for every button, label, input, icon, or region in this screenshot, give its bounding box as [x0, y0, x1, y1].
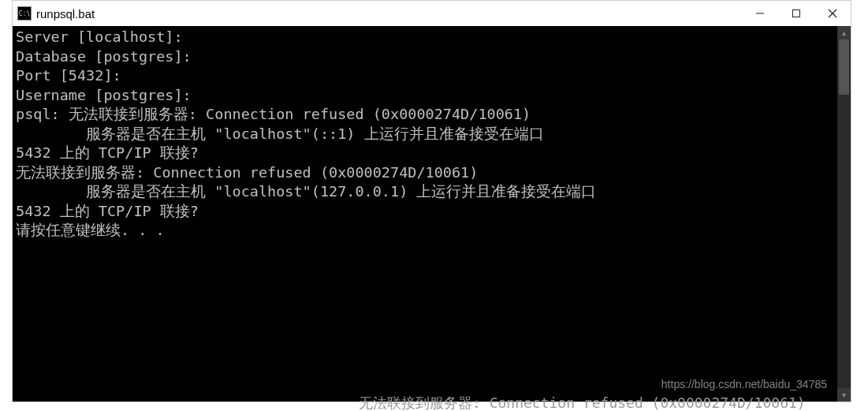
scroll-down-button[interactable]: ▾ [837, 388, 851, 402]
scroll-up-button[interactable]: ▴ [837, 26, 851, 39]
window-title: runpsql.bat [36, 7, 95, 21]
minimize-button[interactable] [742, 1, 778, 26]
titlebar[interactable]: C:\ runpsql.bat [13, 1, 851, 26]
titlebar-left: C:\ runpsql.bat [17, 6, 95, 21]
scroll-thumb[interactable] [839, 39, 849, 95]
cmd-icon: C:\ [17, 6, 32, 21]
background-peek-text: 无法联接到服务器: Connection refused (0x0000274D… [359, 394, 806, 411]
terminal-area: Server [localhost]: Database [postgres]:… [13, 26, 851, 402]
scrollbar[interactable]: ▴ ▾ [837, 26, 851, 402]
maximize-button[interactable] [778, 1, 814, 26]
svg-rect-1 [793, 10, 800, 17]
console-window: C:\ runpsql.bat Server [localhost]: Data… [12, 0, 851, 402]
terminal-output[interactable]: Server [localhost]: Database [postgres]:… [13, 26, 837, 402]
close-button[interactable] [814, 1, 851, 26]
window-controls [742, 1, 851, 26]
watermark-text: https://blog.csdn.net/baidu_34785 [661, 378, 827, 390]
